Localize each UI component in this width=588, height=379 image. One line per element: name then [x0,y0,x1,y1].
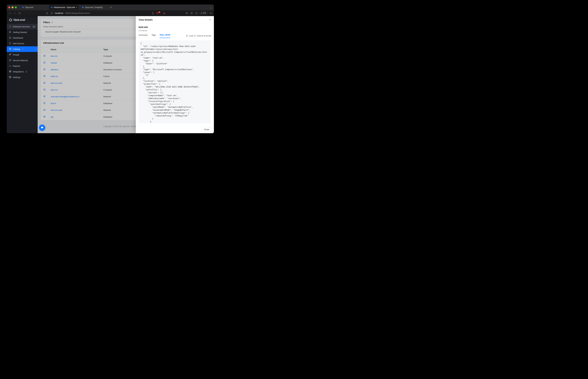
close-button[interactable]: Close [201,127,212,132]
tab-close-icon[interactable]: × [76,6,77,9]
tab-favicon [22,6,24,9]
svg-rect-15 [9,48,11,49]
tab-favicon [82,6,84,9]
svg-rect-24 [10,71,11,71]
sidebar-item-settings[interactable]: Settings› [7,75,38,80]
reload-button[interactable] [18,12,21,15]
extension-badge-count: 1 [158,11,160,13]
extension-ublock-icon[interactable]: 1 [156,12,161,15]
drawer-tab-tags[interactable]: Tags [152,34,156,38]
drawer-header: View Details ✕ [136,16,214,23]
tab-label: OpsLevel | GraphiQL [85,6,103,9]
nav-forward-button[interactable] [13,12,16,15]
sidebar-item-catalog[interactable]: Catalog› [7,46,38,52]
extensions-icon[interactable] [185,12,188,15]
drawer-title: View Details [139,18,153,21]
svg-point-18 [10,54,11,54]
chevron-right-icon: › [35,48,35,50]
tab-label: Infrastructure - OpsLevel [54,6,75,9]
svg-rect-26 [10,72,11,72]
json-viewer[interactable]: { "id": "/subscriptions/08a8ea5a-76ee-4e… [139,40,211,123]
svg-rect-7 [191,12,193,14]
sidebar-item-people[interactable]: People› [7,52,38,58]
self-service-icon [9,42,11,45]
sidebar-item-integrations[interactable]: Integrations⚠› [7,69,38,75]
site-info-icon[interactable] [50,12,53,15]
tabs-overflow-button[interactable]: ⌄ [208,6,214,9]
share-icon[interactable] [151,12,155,15]
sidebar-item-service-maturity[interactable]: Service Maturity› [7,58,38,63]
tab-favicon [50,6,53,9]
svg-rect-25 [9,72,10,72]
extension-warning-icon[interactable] [163,12,166,15]
getting-started-icon [9,31,11,34]
svg-marker-2 [82,7,84,8]
browser-tab[interactable]: OpsLevel [20,5,48,10]
drawer-tabs: SummaryTagsRaw JSON June 27, 2024 at 9:3… [136,32,214,38]
chevron-right-icon: › [35,76,35,78]
address-field[interactable]: localhost:3000/catalog/infrastructure [55,12,150,14]
app-root: OpsLevel Detected Services1Getting Start… [7,16,214,133]
browser-tab[interactable]: OpsLevel | GraphiQL [80,5,108,10]
chevron-right-icon: › [35,60,35,61]
clock-icon [186,35,188,37]
drawer-resource-kind: Compute [139,29,211,32]
svg-rect-23 [9,71,10,71]
brand[interactable]: OpsLevel [7,16,38,24]
chat-bubble-button[interactable] [39,125,45,131]
sidebar: OpsLevel Detected Services1Getting Start… [7,16,38,133]
sidebar-item-self-service[interactable]: Self-Service› [7,41,38,46]
json-content: { "id": "/subscriptions/08a8ea5a-76ee-4e… [140,42,209,123]
svg-marker-1 [51,7,52,8]
url-path: :3000/catalog/infrastructure [64,12,90,14]
chevron-right-icon: › [35,65,35,67]
dashboard-icon [9,36,11,39]
drawer-resource-name: test-vm [139,26,211,29]
details-drawer: View Details ✕ test-vm Compute SummaryTa… [136,16,214,133]
sidebar-item-label: Getting Started [13,31,27,33]
minimize-window-button[interactable] [12,6,14,8]
svg-marker-14 [10,19,12,21]
sidebar-item-label: Self-Service [13,42,24,45]
nav-back-button[interactable] [8,12,12,15]
vpn-button[interactable]: VPN [200,12,207,15]
sidebar-item-dashboard[interactable]: Dashboard [7,35,38,41]
sidebar-item-label: Service Maturity [13,59,28,62]
warning-icon: ⚠ [25,70,27,73]
sidebar-item-getting-started[interactable]: Getting Started [7,30,38,35]
svg-point-27 [10,77,10,77]
drawer-close-icon[interactable]: ✕ [209,18,211,21]
screenshot-icon[interactable] [195,12,198,15]
tab-label: OpsLevel [25,6,33,9]
sidebar-item-reports[interactable]: Reports› [7,63,38,69]
sidebar-item-label: Catalog [13,48,20,50]
browser-tab[interactable]: Infrastructure - OpsLevel× [49,5,79,10]
chevron-right-icon: › [35,71,35,73]
url-bar: localhost:3000/catalog/infrastructure 1 [7,10,214,16]
sidebar-item-detected-services[interactable]: Detected Services1 [7,24,38,30]
sidepanel-icon[interactable] [190,12,193,15]
drawer-tab-summary[interactable]: Summary [139,34,148,38]
svg-marker-0 [22,7,24,8]
brand-label: OpsLevel [14,18,25,21]
service-maturity-icon [9,59,11,62]
sidebar-item-label: Dashboard [13,37,23,39]
new-tab-button[interactable]: + [109,6,113,9]
people-icon [9,53,11,56]
chevron-right-icon: › [35,54,35,56]
drawer-tab-raw-json[interactable]: Raw JSON [160,34,170,38]
settings-icon [9,76,11,79]
sidebar-item-label: Integrations [13,70,24,73]
indicator-dot-icon [22,49,23,49]
maximize-window-button[interactable] [15,6,17,8]
catalog-icon [9,48,11,50]
detected-services-icon [9,25,11,28]
app-menu-icon[interactable] [209,12,212,15]
chevron-right-icon: › [35,43,35,44]
integrations-icon [9,70,11,73]
sidebar-badge: 1 [32,26,35,28]
browser-window: OpsLevelInfrastructure - OpsLevel×OpsLev… [7,4,214,133]
bookmark-icon[interactable] [45,12,48,15]
close-window-button[interactable] [8,6,10,8]
tab-strip: OpsLevelInfrastructure - OpsLevel×OpsLev… [7,4,214,10]
